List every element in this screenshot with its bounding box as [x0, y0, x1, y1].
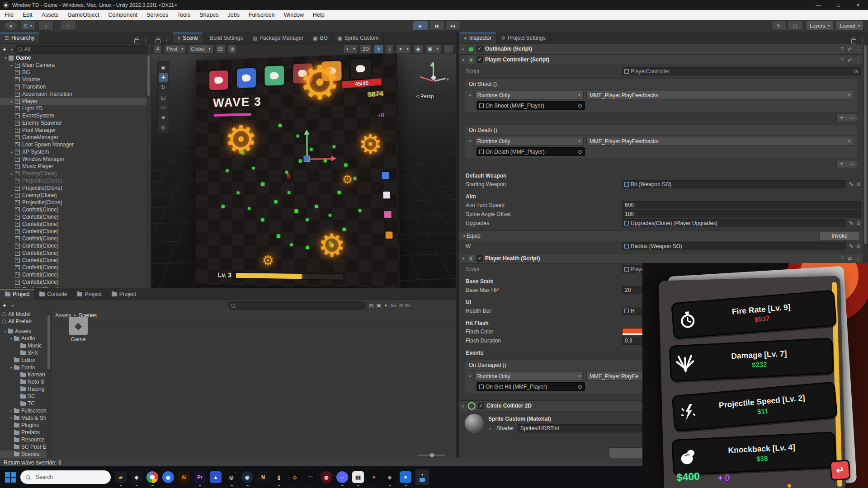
event-add-button[interactable]: +	[837, 114, 847, 122]
lock-icon[interactable]	[134, 39, 139, 43]
upgrade-card-fire-rate[interactable]: Fire Rate [Lv. 9] $537	[671, 290, 837, 339]
hierarchy-row[interactable]: BG	[0, 69, 146, 76]
search-label-icon[interactable]: ▣	[377, 303, 381, 309]
folder-tree-scrollbar[interactable]	[47, 310, 51, 458]
status-message[interactable]: Return wave override: 3	[4, 460, 61, 466]
step-button[interactable]: ▶▮	[445, 21, 461, 31]
search-type-icon[interactable]: ▤	[369, 303, 373, 309]
aim-turn-speed-input[interactable]: 600	[622, 201, 861, 209]
sprite-angle-offset-input[interactable]: 180	[622, 210, 861, 218]
confirm-button[interactable]: ↵	[830, 460, 851, 481]
tab-hierarchy[interactable]: ☰ Hierarchy	[0, 33, 39, 43]
edit-icon[interactable]: ✎	[849, 181, 854, 188]
event-target-field[interactable]: On Death (MMF_Player) ⊙	[476, 147, 585, 156]
folder-row[interactable]: Editor	[0, 357, 51, 364]
component-header-player-health[interactable]: ▼ # ✓ Player Health (Script) ? ⇄ ⋮	[459, 253, 863, 264]
scene-tab[interactable]: ▣ Sprite Custom	[333, 33, 383, 43]
folder-row[interactable]: Racing	[0, 385, 51, 393]
hierarchy-row[interactable]: Confetti(Clone)	[0, 235, 146, 242]
event-remove-button[interactable]: −	[847, 114, 857, 122]
presets-icon[interactable]: ⇄	[848, 57, 852, 63]
object-picker-icon[interactable]: ⊙	[578, 103, 582, 109]
thumbnail-zoom-slider[interactable]	[417, 455, 445, 456]
hierarchy-scrollbar[interactable]	[146, 54, 151, 288]
script-object-field[interactable]: PlayerController ⊙	[622, 67, 861, 75]
folder-row[interactable]: Resource	[0, 436, 51, 443]
taskbar-app-icon[interactable]: ◇	[289, 471, 301, 483]
equip-foldout[interactable]: ▼ Equip Invoke	[459, 230, 863, 241]
taskbar-app-icon[interactable]: ◉	[162, 471, 174, 483]
hierarchy-row[interactable]: Confetti(Clone)	[0, 206, 146, 213]
effects-dropdown[interactable]: ✦▾	[396, 45, 411, 53]
visibility-toggle[interactable]: ◉	[413, 45, 423, 53]
taskbar-app-icon[interactable]: Pr	[194, 471, 206, 483]
event-add-button[interactable]: +	[837, 160, 847, 168]
scale-tool-button[interactable]: ◱	[159, 93, 168, 102]
rect-tool-button[interactable]: ▭	[159, 103, 168, 112]
drag-handle[interactable]: =	[469, 93, 472, 98]
object-picker-icon[interactable]: ⊙	[856, 181, 861, 188]
hierarchy-row[interactable]: Transition	[0, 83, 146, 90]
starting-weapon-field[interactable]: Bit (Weapon SO)	[622, 180, 846, 188]
help-icon[interactable]: ?	[841, 46, 844, 52]
search-icon[interactable]	[788, 21, 803, 31]
menu-item[interactable]: File	[0, 10, 18, 20]
scene-audio-toggle[interactable]: ♪	[386, 45, 393, 53]
inspector-tab[interactable]: ⚙ Project Settings	[496, 33, 551, 43]
more-icon[interactable]: ⋮	[856, 57, 861, 63]
upgrade-card-damage[interactable]: Damage [Lv. 7] $232	[669, 338, 834, 382]
play-button[interactable]: ▶	[413, 21, 428, 31]
component-header-outlinable[interactable]: ▸ ▤ ✓ Outlinable (Script) ? ⇄ ⋮	[459, 43, 863, 54]
hierarchy-row[interactable]: Confetti(Clone)	[0, 271, 146, 278]
hierarchy-row[interactable]: Confetti(Clone)	[0, 264, 146, 271]
create-asset-button[interactable]: +	[3, 302, 6, 309]
weapon-field[interactable]: Radius (Weapon SO)	[622, 242, 846, 250]
event-target-field[interactable]: On Get Hit (MMF_Player) ⊙	[476, 382, 585, 391]
folder-row[interactable]: Korean	[0, 371, 51, 378]
project-search-input[interactable]	[228, 301, 366, 310]
event-mode-dropdown[interactable]: Runtime Only▾	[474, 91, 584, 99]
scene-tab[interactable]: ▣ BG	[308, 33, 333, 43]
hierarchy-row[interactable]: ▸ Main Camera	[0, 61, 146, 69]
folder-row[interactable]: Prefabs	[0, 429, 51, 436]
favorite-search-item[interactable]: All Prefab	[0, 318, 51, 325]
view-tool-button[interactable]: ◉	[159, 63, 168, 72]
scene-tab[interactable]: # Scene	[173, 33, 203, 43]
tray-overflow-button[interactable]: ▾	[415, 469, 429, 485]
hierarchy-row[interactable]: Projectile(Clone)	[0, 177, 146, 184]
more-icon[interactable]: ⋮	[856, 46, 861, 52]
taskbar-app-icon[interactable]: ▮▮	[352, 471, 364, 483]
taskbar-app-icon[interactable]: ▰	[115, 471, 127, 483]
event-mode-dropdown[interactable]: Runtime Only▾	[474, 372, 584, 380]
object-picker-icon[interactable]: ⊙	[856, 243, 861, 249]
move-gizmo-center[interactable]	[304, 156, 310, 162]
object-picker-icon[interactable]: ⊙	[856, 220, 861, 226]
taskbar-app-icon[interactable]: ◆	[131, 471, 142, 483]
upgrades-field[interactable]: Upgrades(Clone) (Player Upgrades)	[622, 219, 846, 227]
layout-dropdown[interactable]: Layout▾	[836, 21, 863, 31]
drag-handle[interactable]: =	[469, 139, 472, 144]
event-remove-button[interactable]: −	[847, 160, 857, 168]
folder-row[interactable]: SFX	[0, 349, 51, 357]
hierarchy-row[interactable]: Light 2D	[0, 105, 146, 112]
hierarchy-row[interactable]: Volume	[0, 76, 146, 83]
move-tool-button[interactable]: ✚	[159, 73, 168, 82]
event-function-dropdown[interactable]: MMF_Player.PlayFeedbacks▾	[586, 137, 853, 145]
menu-item[interactable]: Services	[142, 10, 173, 20]
menu-item[interactable]: Component	[104, 10, 142, 20]
perspective-label[interactable]: < Persp	[416, 94, 434, 99]
hierarchy-row[interactable]: Projectile(Clone)	[0, 199, 146, 206]
event-target-field[interactable]: On Shoot (MMF_Player) ⊙	[476, 101, 585, 110]
taskbar-search-input[interactable]: Search	[20, 470, 111, 484]
object-picker-icon[interactable]: ⊙	[578, 384, 582, 390]
taskbar-app-icon[interactable]: ▲	[210, 471, 222, 483]
folder-row[interactable]: Music	[0, 342, 51, 349]
invoke-button[interactable]: Invoke	[819, 232, 860, 240]
favorite-search-item[interactable]: All Model	[0, 310, 51, 318]
menu-item[interactable]: Assets	[37, 10, 63, 20]
project-tab[interactable]: Project	[107, 289, 141, 300]
maximize-button[interactable]: □	[828, 0, 848, 10]
lock-icon[interactable]	[156, 39, 160, 43]
scene-tab[interactable]: ▤ Package Manager	[248, 33, 309, 43]
gizmo-center[interactable]	[431, 75, 436, 80]
